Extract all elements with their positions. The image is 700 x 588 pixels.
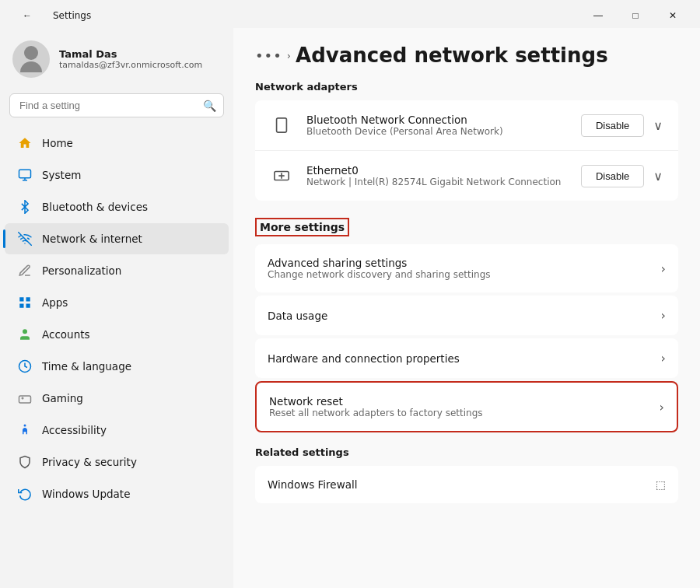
content-area: ••• › Advanced network settings Network … [233, 28, 700, 588]
more-settings-item[interactable]: Data usage › [255, 296, 678, 335]
avatar [12, 40, 50, 78]
sidebar-item-bluetooth[interactable]: Bluetooth & devices [5, 191, 229, 222]
related-settings-item[interactable]: Windows Firewall ⬚ [255, 466, 678, 503]
settings-item-desc: Change network discovery and sharing set… [268, 269, 661, 280]
more-settings-item[interactable]: Hardware and connection properties › [255, 338, 678, 378]
titlebar-title: Settings [53, 10, 91, 21]
network-adapters-label: Network adapters [255, 81, 678, 93]
sidebar-item-label: Network & internet [42, 233, 142, 245]
svg-point-14 [24, 425, 26, 427]
sidebar-item-label: Home [42, 137, 73, 149]
more-settings-item[interactable]: Network reset Reset all network adapters… [255, 381, 678, 432]
search-icon: 🔍 [203, 100, 216, 112]
adapter-item: Bluetooth Network Connection Bluetooth D… [255, 100, 678, 151]
search-input[interactable] [9, 93, 224, 117]
titlebar-left: ← Settings [9, 5, 91, 26]
settings-item-chevron-icon: › [661, 261, 666, 276]
user-name: Tamal Das [59, 48, 202, 60]
accounts-icon [17, 327, 33, 342]
sidebar-item-home[interactable]: Home [5, 128, 229, 159]
svg-point-7 [23, 329, 27, 334]
related-settings-list: Windows Firewall ⬚ [255, 466, 678, 503]
sidebar-item-label: Privacy & security [42, 456, 137, 468]
sidebar-item-label: Time & language [42, 360, 131, 373]
settings-item-chevron-icon: › [660, 400, 664, 415]
more-settings-label: More settings [255, 218, 349, 236]
back-button[interactable]: ← [9, 5, 45, 26]
user-section: Tamal Das tamaldas@zf3vr.onmicrosoft.com [0, 28, 233, 90]
sidebar-item-label: Accessibility [42, 424, 107, 436]
search-box: 🔍 [9, 93, 224, 117]
breadcrumb-chevron: › [287, 50, 291, 61]
svg-rect-5 [19, 304, 23, 308]
app-body: Tamal Das tamaldas@zf3vr.onmicrosoft.com… [0, 28, 700, 588]
svg-rect-6 [26, 304, 30, 308]
settings-item-name: Network reset [269, 395, 660, 408]
sidebar-item-accessibility[interactable]: Accessibility [5, 415, 229, 446]
sidebar-item-label: Personalization [42, 264, 121, 277]
svg-rect-4 [26, 297, 30, 301]
breadcrumb-dots[interactable]: ••• [255, 47, 282, 64]
sidebar-item-system[interactable]: System [5, 159, 229, 191]
bluetooth-icon [17, 199, 33, 215]
gaming-icon [17, 390, 33, 406]
settings-item-name: Hardware and connection properties [268, 352, 661, 365]
sidebar-item-personalization[interactable]: Personalization [5, 255, 229, 286]
close-button[interactable]: ✕ [655, 5, 691, 26]
sidebar-item-network[interactable]: Network & internet [5, 223, 229, 254]
adapter-expand-icon[interactable]: ∨ [650, 166, 666, 187]
titlebar: ← Settings — □ ✕ [0, 0, 700, 28]
page-title: Advanced network settings [296, 44, 608, 67]
nav-list: Home System Bluetooth & devices Network … [0, 127, 233, 510]
settings-item-chevron-icon: › [661, 308, 666, 323]
settings-item-desc: Reset all network adapters to factory se… [269, 408, 660, 418]
adapter-expand-icon[interactable]: ∨ [650, 115, 666, 136]
personalization-icon [17, 263, 33, 278]
sidebar-item-label: Windows Update [42, 488, 130, 500]
sidebar-item-privacy[interactable]: Privacy & security [5, 446, 229, 478]
sidebar-item-label: Bluetooth & devices [42, 201, 148, 213]
update-icon [17, 486, 33, 502]
sidebar-item-label: Apps [42, 296, 68, 309]
privacy-icon [17, 454, 33, 470]
disable-button[interactable]: Disable [581, 114, 644, 137]
sidebar-item-label: System [42, 169, 81, 181]
sidebar-item-label: Accounts [42, 328, 90, 341]
user-email: tamaldas@zf3vr.onmicrosoft.com [59, 60, 202, 70]
adapter-name: Ethernet0 [306, 164, 581, 177]
related-item-name: Windows Firewall [268, 478, 656, 491]
accessibility-icon [17, 422, 33, 438]
settings-item-name: Data usage [268, 310, 661, 322]
settings-item-name: Advanced sharing settings [268, 257, 661, 269]
home-icon [17, 135, 33, 151]
sidebar-item-gaming[interactable]: Gaming [5, 383, 229, 414]
sidebar-item-accounts[interactable]: Accounts [5, 319, 229, 350]
svg-rect-13 [19, 396, 31, 403]
related-settings-label: Related settings [255, 446, 678, 458]
network-icon [17, 231, 33, 247]
time-icon [17, 359, 33, 374]
adapter-icon [268, 162, 296, 190]
disable-button[interactable]: Disable [581, 165, 644, 187]
more-settings-list: Advanced sharing settings Change network… [255, 244, 678, 432]
minimize-button[interactable]: — [580, 5, 616, 26]
network-adapters-card: Bluetooth Network Connection Bluetooth D… [255, 100, 678, 201]
system-icon [17, 167, 33, 183]
adapter-description: Network | Intel(R) 82574L Gigabit Networ… [306, 177, 581, 187]
sidebar-item-label: Gaming [42, 392, 83, 404]
settings-item-chevron-icon: › [661, 351, 666, 366]
adapter-icon [268, 111, 296, 139]
titlebar-controls: — □ ✕ [580, 5, 691, 26]
breadcrumb: ••• › Advanced network settings [255, 44, 678, 67]
adapter-item: Ethernet0 Network | Intel(R) 82574L Giga… [255, 151, 678, 201]
svg-rect-0 [19, 170, 31, 178]
svg-rect-15 [277, 118, 287, 132]
more-settings-item[interactable]: Advanced sharing settings Change network… [255, 244, 678, 292]
user-info: Tamal Das tamaldas@zf3vr.onmicrosoft.com [59, 48, 202, 70]
external-link-icon: ⬚ [656, 478, 666, 491]
sidebar-item-apps[interactable]: Apps [5, 287, 229, 318]
svg-rect-3 [19, 297, 23, 301]
maximize-button[interactable]: □ [618, 5, 653, 26]
sidebar-item-time[interactable]: Time & language [5, 351, 229, 382]
sidebar-item-update[interactable]: Windows Update [5, 478, 229, 509]
